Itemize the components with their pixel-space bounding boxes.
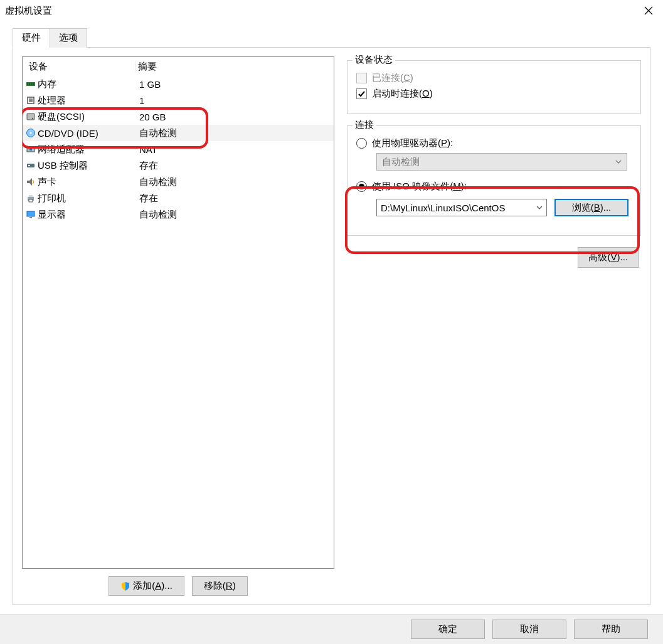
hdd-icon [26, 112, 36, 122]
device-name: 打印机 [38, 193, 137, 204]
window-title: 虚拟机设置 [5, 5, 52, 17]
tabs: 硬件 选项 [13, 28, 650, 48]
shield-icon [120, 581, 130, 591]
iso-path-combo[interactable]: D:\MyLinux\LinuxISO\CentOS [376, 199, 547, 216]
svg-rect-15 [27, 164, 34, 167]
use-iso-radio-row[interactable]: 使用 ISO 映像文件(M): [356, 181, 632, 193]
device-row-cpu[interactable]: 处理器 1 [23, 92, 334, 108]
svg-point-12 [30, 132, 32, 134]
header-summary: 摘要 [135, 61, 334, 73]
memory-icon [26, 79, 36, 89]
display-icon [26, 209, 36, 219]
connection-legend: 连接 [353, 119, 376, 131]
device-state-group: 设备状态 已连接(C) 启动时连接(O) [347, 60, 641, 114]
device-name: 处理器 [38, 95, 137, 107]
advanced-button[interactable]: 高级(V)... [578, 247, 639, 268]
printer-icon [26, 193, 36, 203]
ok-button[interactable]: 确定 [411, 620, 485, 639]
device-row-network[interactable]: 网络适配器 NAT [23, 141, 334, 157]
device-summary: 存在 [137, 193, 334, 204]
cancel-button[interactable]: 取消 [492, 620, 566, 639]
svg-rect-14 [29, 148, 32, 150]
svg-rect-16 [28, 165, 30, 166]
device-name: USB 控制器 [38, 160, 137, 172]
device-summary: NAT [137, 144, 334, 155]
device-row-printer[interactable]: 打印机 存在 [23, 190, 334, 206]
svg-rect-19 [29, 195, 33, 197]
use-physical-radio[interactable] [356, 138, 367, 149]
chevron-down-icon [536, 204, 543, 211]
device-row-cddvd[interactable]: CD/DVD (IDE) 自动检测 [23, 125, 334, 141]
physical-drive-dropdown: 自动检测 [376, 153, 627, 171]
network-icon [26, 144, 36, 154]
device-summary: 自动检测 [137, 176, 334, 188]
device-summary: 自动检测 [137, 209, 334, 221]
device-summary: 1 [137, 95, 334, 106]
device-summary: 1 GB [137, 79, 334, 90]
titlebar: 虚拟机设置 [0, 0, 663, 21]
svg-point-10 [32, 118, 33, 119]
svg-rect-4 [29, 83, 30, 85]
device-name: 网络适配器 [38, 144, 137, 156]
svg-rect-8 [29, 98, 33, 102]
dialog-footer: 确定 取消 帮助 [0, 614, 663, 644]
device-row-display[interactable]: 显示器 自动检测 [23, 206, 334, 223]
tab-options[interactable]: 选项 [50, 28, 87, 48]
add-button[interactable]: 添加(A)... [109, 576, 184, 596]
remove-button[interactable]: 移除(R) [192, 576, 248, 596]
close-button[interactable] [634, 0, 663, 21]
device-row-memory[interactable]: 内存 1 GB [23, 76, 334, 92]
svg-marker-17 [27, 178, 32, 186]
device-summary: 存在 [137, 160, 334, 172]
usb-icon [26, 161, 36, 171]
header-device: 设备 [23, 61, 135, 73]
svg-rect-3 [27, 83, 28, 85]
close-icon [644, 6, 653, 15]
sound-icon [26, 177, 36, 187]
device-summary: 20 GB [137, 112, 334, 122]
svg-rect-9 [27, 113, 34, 120]
chevron-down-icon [615, 159, 622, 165]
device-row-usb[interactable]: USB 控制器 存在 [23, 157, 334, 174]
cpu-icon [26, 95, 36, 105]
help-button[interactable]: 帮助 [574, 620, 648, 639]
svg-rect-6 [33, 83, 34, 85]
device-row-sound[interactable]: 声卡 自动检测 [23, 174, 334, 190]
use-iso-radio[interactable] [356, 181, 367, 192]
connect-at-power-row[interactable]: 启动时连接(O) [356, 88, 632, 100]
tab-hardware[interactable]: 硬件 [13, 28, 50, 48]
use-physical-radio-row[interactable]: 使用物理驱动器(P): [356, 137, 632, 149]
connect-at-power-checkbox[interactable] [356, 88, 367, 99]
connected-checkbox [356, 73, 367, 83]
svg-rect-21 [27, 211, 34, 216]
device-row-hdd[interactable]: 硬盘(SCSI) 20 GB [23, 108, 334, 125]
svg-rect-5 [31, 83, 32, 85]
iso-path-value: D:\MyLinux\LinuxISO\CentOS [381, 203, 505, 213]
device-name: CD/DVD (IDE) [38, 128, 137, 139]
connected-checkbox-row: 已连接(C) [356, 72, 632, 84]
device-summary: 自动检测 [137, 127, 334, 139]
connection-group: 连接 使用物理驱动器(P): 自动检测 使用 ISO 映像文件(M): D:\M… [347, 125, 641, 236]
device-list[interactable]: 设备 摘要 内存 1 GB 处理器 1 硬盘(SCSI) 20 GB [22, 56, 334, 569]
annotation-highlight-iso [345, 186, 640, 254]
device-name: 声卡 [38, 176, 137, 188]
device-name: 内存 [38, 78, 137, 90]
device-header: 设备 摘要 [23, 57, 334, 76]
cd-icon [26, 128, 36, 138]
dropdown-value: 自动检测 [382, 156, 420, 168]
svg-rect-22 [29, 217, 32, 218]
device-name: 显示器 [38, 209, 137, 221]
svg-rect-20 [29, 199, 33, 202]
browse-button[interactable]: 浏览(B)... [554, 199, 629, 216]
device-name: 硬盘(SCSI) [38, 111, 137, 123]
device-state-legend: 设备状态 [353, 54, 395, 66]
